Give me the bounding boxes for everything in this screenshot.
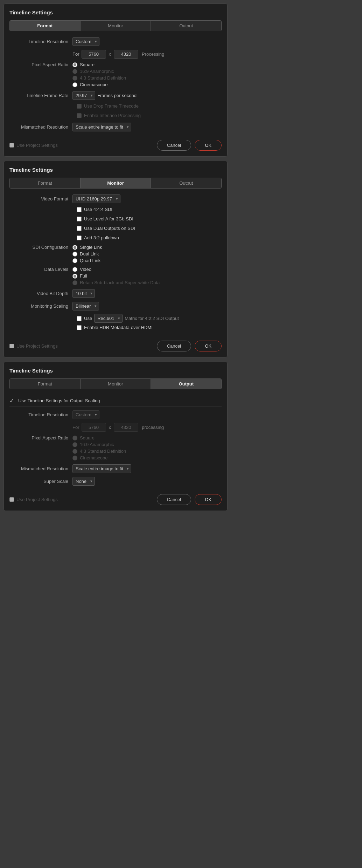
matrix-select[interactable]: Rec.601 Rec.709 [94, 314, 123, 323]
output-par-sd-label: 4:3 Standard Definition [80, 449, 126, 454]
data-full[interactable]: Full [72, 273, 160, 279]
panel-monitor: Timeline Settings Format Monitor Output … [4, 161, 228, 357]
timeline-resolution-select[interactable]: Custom [72, 37, 99, 46]
for-label: For [72, 52, 79, 57]
data-retain-label: Retain Sub-black and Super-white Data [80, 280, 160, 285]
mismatched-content: Scale entire image to fit [72, 123, 222, 131]
output-mismatched-select[interactable]: Scale entire image to fit [72, 464, 131, 473]
add-pulldown-label: Add 3:2 pulldown [84, 235, 119, 240]
use-level-a-check[interactable]: Use Level A for 3Gb SDI [77, 216, 133, 221]
mismatched-select[interactable]: Scale entire image to fit [72, 123, 131, 131]
use-project-checkbox-1 [9, 143, 14, 148]
video-format-select-wrap: UHD 2160p 29.97 [72, 194, 120, 203]
ok-button-3[interactable]: OK [195, 494, 222, 505]
par-square[interactable]: Square [72, 62, 126, 67]
sdi-quad[interactable]: Quad Link [72, 258, 102, 263]
sdi-config-label: SDI Configuration [9, 245, 72, 250]
use-project-checkbox-3 [9, 497, 14, 502]
use-level-a-label: Use Level A for 3Gb SDI [84, 216, 133, 221]
par-cinemascope-label: Cinemascope [80, 82, 108, 87]
bit-depth-select[interactable]: 10 bit 8 bit 12 bit [72, 289, 95, 298]
hdr-label: Enable HDR Metadata over HDMI [84, 325, 153, 330]
output-width-input: 5760 [82, 423, 106, 432]
cancel-button-3[interactable]: Cancel [157, 494, 191, 505]
panel2-footer: Use Project Settings Cancel OK [9, 337, 222, 351]
output-par-cinemascope: Cinemascope [72, 455, 126, 460]
width-input[interactable]: 5760 [82, 50, 106, 59]
matrix-checkbox[interactable] [77, 316, 82, 321]
output-par-square-label: Square [80, 435, 95, 440]
matrix-use-label: Use [84, 316, 92, 321]
par-radio-group: Square 16:9 Anamorphic 4:3 Standard Defi… [72, 62, 126, 87]
video-format-content: UHD 2160p 29.97 [72, 194, 222, 203]
output-mismatched-select-wrap: Scale entire image to fit [72, 464, 131, 473]
output-resolution-select: Custom [72, 410, 99, 419]
tab-monitor-2[interactable]: Monitor [81, 178, 151, 188]
hdr-check[interactable]: Enable HDR Metadata over HDMI [77, 325, 153, 330]
tab-format-1[interactable]: Format [10, 21, 81, 31]
cancel-button-2[interactable]: Cancel [157, 341, 191, 351]
data-retain: Retain Sub-black and Super-white Data [72, 280, 160, 285]
cancel-button-1[interactable]: Cancel [157, 140, 191, 151]
monitoring-scaling-select[interactable]: Bilinear [72, 302, 99, 310]
output-resolution-label: Timeline Resolution [9, 412, 72, 417]
sdi-dual[interactable]: Dual Link [72, 251, 102, 257]
frame-rate-content: 29.97 Frames per second [72, 91, 222, 100]
use-level-a-checkbox[interactable] [77, 217, 82, 221]
panel2-title: Timeline Settings [9, 167, 222, 173]
matrix-check[interactable]: Use [77, 316, 92, 321]
ok-button-1[interactable]: OK [195, 140, 222, 151]
tab-format-2[interactable]: Format [10, 178, 81, 188]
data-levels-row: Data Levels Video Full Retain Sub-black … [9, 267, 222, 285]
video-format-label: Video Format [9, 196, 72, 201]
use-444-checkbox[interactable] [77, 207, 82, 212]
video-format-select[interactable]: UHD 2160p 29.97 [72, 194, 120, 203]
panel-output: Timeline Settings Format Monitor Output … [4, 362, 228, 511]
tab-output-2[interactable]: Output [151, 178, 221, 188]
dimensions-content: For 5760 x 4320 Processing [72, 50, 222, 59]
hdr-checkbox[interactable] [77, 325, 82, 330]
height-input[interactable]: 4320 [114, 50, 138, 59]
mismatched-row: Mismatched Resolution Scale entire image… [9, 122, 222, 131]
x-separator: x [108, 52, 112, 57]
hdr-row: Enable HDR Metadata over HDMI [9, 325, 222, 332]
frame-rate-select-wrap: 29.97 [72, 91, 95, 100]
output-par-square: Square [72, 435, 126, 440]
mismatched-label: Mismatched Resolution [9, 124, 72, 130]
add-pulldown-checkbox[interactable] [77, 235, 82, 240]
tab-format-3[interactable]: Format [10, 379, 81, 389]
tab-monitor-1[interactable]: Monitor [81, 21, 151, 31]
use-project-label-1: Use Project Settings [16, 143, 58, 148]
ok-button-2[interactable]: OK [195, 341, 222, 351]
frame-rate-select[interactable]: 29.97 [72, 91, 95, 100]
par-anamorphic-label: 16:9 Anamorphic [80, 69, 114, 74]
sdi-single-label: Single Link [80, 245, 102, 250]
output-resolution-row: Timeline Resolution Custom [9, 410, 222, 419]
par-anamorphic: 16:9 Anamorphic [72, 69, 126, 74]
panel2-tabs: Format Monitor Output [9, 178, 222, 189]
output-dimensions-row: For 5760 x 4320 processing [9, 423, 222, 432]
add-pulldown-check[interactable]: Add 3:2 pulldown [77, 235, 119, 240]
data-video-label: Video [80, 267, 91, 272]
timeline-resolution-row: Timeline Resolution Custom [9, 37, 222, 46]
use-dual-row: Use Dual Outputs on SDI [9, 226, 222, 233]
panel2-buttons: Cancel OK [157, 341, 222, 351]
par-label: Pixel Aspect Ratio [9, 62, 72, 67]
panel-format: Timeline Settings Format Monitor Output … [4, 4, 228, 157]
panel3-title: Timeline Settings [9, 368, 222, 374]
tab-output-3[interactable]: Output [151, 379, 221, 389]
video-format-row: Video Format UHD 2160p 29.97 [9, 194, 222, 203]
par-cinemascope[interactable]: Cinemascope [72, 82, 126, 87]
sdi-quad-label: Quad Link [80, 258, 100, 263]
use-dual-check[interactable]: Use Dual Outputs on SDI [77, 226, 135, 231]
use-444-check[interactable]: Use 4:4:4 SDI [77, 207, 112, 212]
monitoring-scaling-select-wrap: Bilinear [72, 302, 99, 310]
super-scale-select[interactable]: None [72, 477, 95, 486]
output-resolution-select-wrap: Custom [72, 410, 99, 419]
tab-output-1[interactable]: Output [151, 21, 221, 31]
sdi-config-row: SDI Configuration Single Link Dual Link … [9, 245, 222, 263]
data-video[interactable]: Video [72, 267, 160, 272]
tab-monitor-3[interactable]: Monitor [81, 379, 151, 389]
sdi-single[interactable]: Single Link [72, 245, 102, 250]
use-dual-checkbox[interactable] [77, 226, 82, 231]
